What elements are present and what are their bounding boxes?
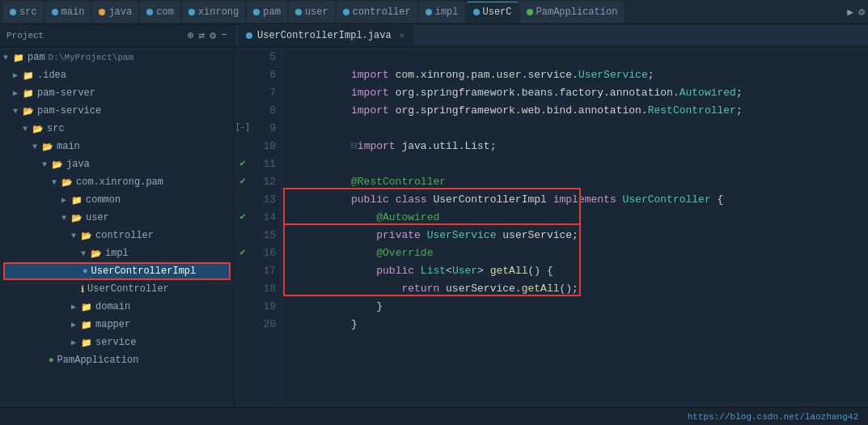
tab-pamapp[interactable]: PamApplication bbox=[520, 2, 625, 23]
code-line-16: public List<User> getAll() { bbox=[288, 244, 862, 262]
sidebar-item-com-xinrong[interactable]: ▼ 📂 com.xinrong.pam bbox=[0, 173, 234, 191]
label-domain: domain bbox=[95, 301, 130, 312]
sidebar-item-idea[interactable]: ▶ 📁 .idea bbox=[0, 66, 234, 84]
sidebar-item-user-controller-impl[interactable]: ● UserControllerImpl bbox=[3, 262, 231, 280]
sidebar-item-user-controller[interactable]: ℹ UserController bbox=[0, 280, 234, 298]
folder-icon-idea: 📁 bbox=[23, 70, 34, 81]
sidebar-item-pam-server[interactable]: ▶ 📁 pam-server bbox=[0, 84, 234, 102]
gutter-10 bbox=[235, 136, 251, 154]
tab-java[interactable]: java bbox=[92, 2, 138, 23]
green-check-16: ✔ bbox=[239, 246, 245, 258]
arrow-controller: ▼ bbox=[71, 232, 81, 240]
fold-icon[interactable]: [-] bbox=[235, 123, 250, 132]
arrow-main: ▼ bbox=[32, 142, 42, 151]
tab-dot-src bbox=[10, 9, 16, 15]
root-path: D:\MyProject\pam bbox=[49, 53, 134, 62]
sidebar-item-mapper[interactable]: ▶ 📁 mapper bbox=[0, 316, 234, 334]
arrow-pam-service: ▼ bbox=[13, 107, 23, 116]
linenum-17: 17 bbox=[256, 262, 276, 280]
tab-main[interactable]: main bbox=[45, 2, 91, 23]
code-container: [-] ✔ ✔ ✔ ✔ 5 6 7 8 9 10 11 bbox=[235, 47, 868, 407]
folder-icon-pam-server: 📁 bbox=[23, 88, 34, 99]
gutter-8 bbox=[235, 100, 251, 118]
linenum-6: 6 bbox=[256, 66, 276, 84]
sidebar-item-domain[interactable]: ▶ 📁 domain bbox=[0, 298, 234, 316]
folder-icon-impl: 📂 bbox=[91, 249, 102, 259]
arrow-user: ▼ bbox=[61, 214, 71, 223]
gear-icon[interactable]: ⚙ bbox=[210, 29, 216, 42]
tab-dot-user bbox=[295, 9, 302, 15]
sidebar-item-controller[interactable]: ▼ 📂 controller bbox=[0, 227, 234, 244]
tab-pam[interactable]: pam bbox=[247, 2, 287, 23]
tab-userc[interactable]: UserC bbox=[467, 2, 519, 23]
code-editor[interactable]: import com.xinrong.pam.user.service.User… bbox=[282, 47, 868, 407]
arrow-impl: ▼ bbox=[81, 249, 91, 258]
info-file-icon: ℹ bbox=[81, 284, 84, 295]
folder-icon-controller: 📂 bbox=[81, 231, 92, 241]
sidebar-item-impl[interactable]: ▼ 📂 impl bbox=[0, 244, 234, 262]
sidebar-item-main[interactable]: ▼ 📂 main bbox=[0, 138, 234, 155]
sidebar-content: ▼ 📁 pam D:\MyProject\pam ▶ 📁 .idea ▶ 📁 p… bbox=[0, 47, 234, 407]
minimize-icon[interactable]: − bbox=[221, 29, 227, 41]
green-check-11: ✔ bbox=[239, 157, 245, 169]
green-check-12: ✔ bbox=[239, 175, 245, 187]
sidebar-item-java[interactable]: ▼ 📂 java bbox=[0, 155, 234, 173]
add-icon[interactable]: ⊕ bbox=[188, 29, 194, 42]
label-main: main bbox=[57, 141, 80, 152]
settings-icon2[interactable]: ⚙ bbox=[858, 6, 865, 19]
java-file-icon-pam: ● bbox=[49, 355, 54, 365]
tab-src[interactable]: src bbox=[3, 2, 44, 23]
sidebar-item-pam-service[interactable]: ▼ 📂 pam-service bbox=[0, 102, 234, 120]
sidebar-item-pam-application[interactable]: ● PamApplication bbox=[0, 351, 234, 369]
sidebar-title: Project bbox=[6, 31, 183, 40]
main-layout: Project ⊕ ⇄ ⚙ − ▼ 📁 pam D:\MyProject\pam… bbox=[0, 24, 868, 407]
editor-tab-close[interactable]: ✕ bbox=[400, 30, 405, 40]
label-service: service bbox=[95, 337, 136, 348]
sidebar-root[interactable]: ▼ 📁 pam D:\MyProject\pam bbox=[0, 49, 234, 66]
label-pam-service: pam-service bbox=[37, 105, 101, 117]
label-idea: .idea bbox=[37, 70, 66, 81]
label-mapper: mapper bbox=[95, 319, 130, 330]
linenum-16: 16 bbox=[256, 244, 276, 262]
tab-user[interactable]: user bbox=[289, 2, 335, 23]
gutter-20 bbox=[235, 314, 251, 332]
code-line-20 bbox=[288, 316, 862, 334]
code-line-17: return userService.getAll(); bbox=[288, 262, 862, 280]
arrow-src: ▼ bbox=[23, 125, 32, 134]
tab-impl[interactable]: impl bbox=[419, 2, 465, 23]
folder-icon-service: 📁 bbox=[81, 338, 92, 348]
tab-com[interactable]: com bbox=[140, 2, 180, 23]
tab-xinrong[interactable]: xinrong bbox=[182, 2, 245, 23]
sidebar-toolbar: Project ⊕ ⇄ ⚙ − bbox=[0, 24, 234, 47]
label-src: src bbox=[47, 123, 65, 134]
code-line-11: @RestController bbox=[288, 155, 862, 173]
label-user-controller-impl: UserControllerImpl bbox=[91, 266, 197, 277]
sidebar-item-src[interactable]: ▼ 📂 src bbox=[0, 120, 234, 138]
arrow-common: ▶ bbox=[61, 195, 71, 205]
tab-controller[interactable]: controller bbox=[337, 2, 417, 23]
sync-icon[interactable]: ⇄ bbox=[199, 29, 205, 42]
root-label: pam bbox=[28, 52, 45, 63]
gutter-14: ✔ bbox=[235, 207, 251, 225]
label-pam-application: PamApplication bbox=[57, 355, 139, 366]
editor-tab-file[interactable]: UserControllerImpl.java ✕ bbox=[238, 25, 413, 46]
sidebar-item-common[interactable]: ▶ 📁 common bbox=[0, 191, 234, 209]
linenum-15: 15 bbox=[256, 227, 276, 244]
gutter-icons: [-] ✔ ✔ ✔ ✔ bbox=[235, 47, 251, 407]
gutter-6 bbox=[235, 65, 251, 83]
gutter-11: ✔ bbox=[235, 154, 251, 172]
play-icon[interactable]: ▶ bbox=[847, 6, 853, 19]
sidebar-item-user[interactable]: ▼ 📂 user bbox=[0, 209, 234, 227]
sidebar-item-service[interactable]: ▶ 📁 service bbox=[0, 334, 234, 351]
arrow-com-xinrong: ▼ bbox=[52, 178, 61, 187]
editor-filename: UserControllerImpl.java bbox=[257, 30, 392, 41]
linenum-7: 7 bbox=[256, 84, 276, 102]
status-link[interactable]: https://blog.csdn.net/laozhang42 bbox=[688, 412, 858, 422]
linenum-11: 11 bbox=[256, 155, 276, 173]
folder-icon-user: 📂 bbox=[71, 213, 83, 223]
code-line-13: @Autowired bbox=[288, 191, 862, 209]
tab-dot-pamapp bbox=[527, 9, 533, 15]
linenum-20: 20 bbox=[256, 316, 276, 334]
sidebar: Project ⊕ ⇄ ⚙ − ▼ 📁 pam D:\MyProject\pam… bbox=[0, 24, 235, 407]
gutter-15 bbox=[235, 225, 251, 243]
